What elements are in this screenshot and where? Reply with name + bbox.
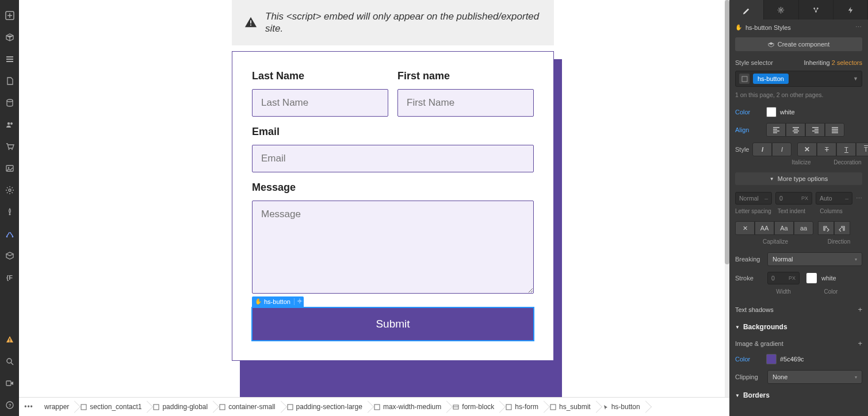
color-swatch[interactable] [766, 107, 777, 117]
scrollbar-thumb[interactable] [725, 0, 729, 264]
crumb-hs-button[interactable]: hs-button [596, 398, 646, 416]
direction-rtl-button[interactable] [834, 221, 850, 235]
direction-sublabel: Direction [816, 238, 862, 245]
box-icon[interactable] [0, 26, 19, 48]
add-element-icon[interactable] [0, 5, 19, 26]
stroke-color-value[interactable]: white [821, 275, 836, 282]
text-indent-input[interactable]: 0PX [775, 192, 812, 205]
decoration-overline-button[interactable]: T [856, 142, 868, 156]
pages-icon[interactable] [0, 70, 19, 92]
italic-off-button[interactable]: I [772, 142, 791, 156]
text-shadows-row: Text shadows + [729, 301, 868, 318]
crumb-padding-global[interactable]: padding-global [147, 398, 213, 416]
capitalize-row: ✕ AA Aa aa [729, 219, 868, 237]
ecommerce-icon[interactable] [0, 136, 19, 157]
crumb-hs-submit[interactable]: hs_submit [544, 398, 596, 416]
borders-section[interactable]: ▼Borders [729, 387, 868, 404]
capitalize-title-button[interactable]: Aa [774, 221, 794, 235]
align-justify-button[interactable] [825, 123, 844, 137]
embed-notice-text: This <script> embed will only appear on … [265, 10, 541, 35]
text-shadows-label: Text shadows [735, 306, 774, 313]
selector-pill[interactable]: hs-button [753, 74, 789, 84]
interactions-tab[interactable] [799, 0, 833, 20]
assets-icon[interactable] [0, 157, 19, 179]
svg-point-12 [9, 214, 10, 215]
decoration-strike-button[interactable]: T [817, 142, 836, 156]
layout-icon[interactable] [0, 48, 19, 70]
clipping-select[interactable]: None▾ [767, 370, 862, 384]
breadcrumb-more[interactable]: ••• [19, 403, 39, 411]
selector-type-icon[interactable] [739, 74, 750, 84]
capitalize-none-button[interactable]: ✕ [735, 221, 755, 235]
style-tab[interactable] [729, 0, 764, 20]
crumb-form-block[interactable]: form-block [447, 398, 500, 416]
capitalize-lower-button[interactable]: aa [794, 221, 813, 235]
crumb-section[interactable]: section_contact1 [75, 398, 147, 416]
columns-more-icon[interactable]: ⋯ [856, 195, 862, 202]
video-icon[interactable] [0, 372, 19, 394]
color-value[interactable]: white [780, 109, 795, 115]
selection-gear-icon[interactable] [294, 298, 301, 305]
finsweet-icon[interactable]: {F [0, 267, 19, 288]
audit-warning-icon[interactable] [0, 329, 19, 350]
align-left-button[interactable] [766, 123, 786, 137]
italic-button[interactable]: I [752, 142, 772, 156]
italicize-sublabel: Italicize [770, 159, 833, 165]
effects-tab[interactable] [833, 0, 868, 20]
selection-tag[interactable]: ✋ hs-button [252, 296, 304, 307]
align-center-button[interactable] [786, 123, 805, 137]
stroke-row: Stroke 0PX white [729, 269, 868, 287]
last-name-label: Last Name [252, 70, 388, 82]
message-label: Message [252, 182, 534, 194]
selector-input[interactable]: hs-button ▼ [735, 71, 862, 87]
panel-title: hs-button Styles [745, 24, 791, 31]
decoration-sublabel: Decoration [833, 159, 862, 165]
message-textarea[interactable] [252, 201, 534, 294]
canvas-scrollbar[interactable] [725, 0, 729, 397]
decoration-none-button[interactable]: ✕ [797, 142, 817, 156]
cms-icon[interactable] [0, 92, 19, 114]
align-right-button[interactable] [805, 123, 825, 137]
type-numeric-row: Normal– 0PX Auto– ⋯ [729, 190, 868, 207]
direction-ltr-button[interactable] [818, 221, 834, 235]
stroke-color-swatch[interactable] [806, 273, 817, 283]
settings-tab[interactable] [764, 0, 798, 20]
inheriting-link[interactable]: Inheriting 2 selectors [804, 59, 862, 66]
selector-caret-icon[interactable]: ▼ [853, 76, 858, 82]
crumb-padding-section[interactable]: padding-section-large [281, 398, 368, 416]
users-icon[interactable] [0, 114, 19, 136]
help-icon[interactable]: ? [0, 394, 19, 416]
text-indent-sublabel: Text indent [778, 208, 820, 214]
svg-rect-28 [288, 405, 293, 410]
first-name-input[interactable] [397, 89, 534, 117]
crumb-hs-form[interactable]: hs-form [500, 398, 544, 416]
create-component-button[interactable]: Create component [735, 37, 862, 51]
logic-icon[interactable] [0, 223, 19, 245]
breaking-select[interactable]: Normal▾ [767, 252, 862, 266]
last-name-input[interactable] [252, 89, 388, 117]
crumb-max-width[interactable]: max-width-medium [368, 398, 447, 416]
bg-color-swatch[interactable] [766, 354, 777, 364]
backgrounds-section[interactable]: ▼Backgrounds [729, 318, 868, 336]
stroke-width-input[interactable]: 0PX [767, 272, 800, 284]
svg-point-8 [12, 149, 13, 150]
more-type-options[interactable]: ▼More type options [735, 172, 862, 185]
columns-input[interactable]: Auto– [816, 192, 852, 205]
apps-icon[interactable] [0, 201, 19, 223]
letter-spacing-input[interactable]: Normal– [735, 192, 772, 205]
crumb-wrapper[interactable]: wrapper [39, 398, 75, 416]
crumb-container-small[interactable]: container-small [213, 398, 281, 416]
email-input[interactable] [252, 145, 534, 172]
components-icon[interactable] [0, 245, 19, 267]
selector-count: 1 on this page, 2 on other pages. [729, 90, 868, 104]
panel-menu-icon[interactable]: ⋯ [855, 24, 862, 31]
text-color-row: Color white [729, 104, 868, 120]
bg-color-value[interactable]: #5c469c [780, 356, 804, 363]
decoration-underline-button[interactable]: T [836, 142, 856, 156]
add-image-gradient-button[interactable]: + [858, 339, 862, 348]
settings-icon[interactable] [0, 179, 19, 201]
search-icon[interactable] [0, 350, 19, 372]
add-text-shadow-button[interactable]: + [858, 305, 862, 314]
capitalize-upper-button[interactable]: AA [755, 221, 774, 235]
submit-button[interactable]: Submit [252, 307, 534, 341]
